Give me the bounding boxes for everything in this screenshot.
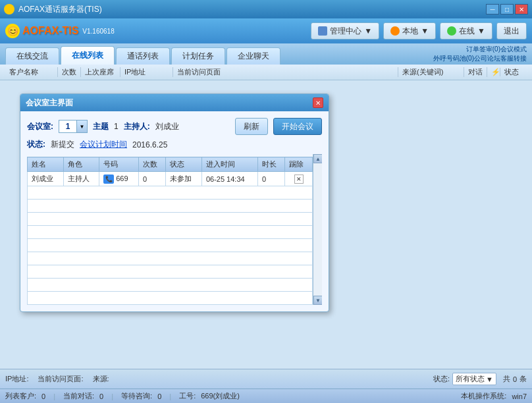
cell-status: 未参加 — [166, 172, 202, 186]
table-row-empty — [28, 239, 313, 252]
th-duration: 时长 — [257, 157, 285, 172]
exit-button[interactable]: 退出 — [496, 22, 527, 40]
state-dropdown-arrow: ▼ — [486, 375, 493, 383]
titlebar-controls: ─ □ ✕ — [486, 4, 528, 14]
column-headers: 客户名称 次数 上次座席 IP地址 当前访问页面 来源(关键词) 对话 ⚡ 状态 — [0, 65, 532, 80]
table-row-empty — [28, 186, 313, 200]
app-window: AOFAX通话服务器(TIS) ─ □ ✕ 😊 AOFAX-TIS V1.160… — [0, 0, 532, 403]
th-kick: 踢除 — [285, 157, 313, 172]
col-status[interactable]: 状态 — [500, 67, 527, 77]
os-value: win7 — [512, 392, 527, 400]
dialog-body: 会议室: 1 ▼ 主题 1 主持人: 刘成业 刷新 开始会议 — [20, 111, 329, 311]
tab-online-list[interactable]: 在线列表 — [61, 46, 115, 65]
source-label: 来源: — [93, 374, 109, 384]
room-number-box: 1 — [59, 120, 77, 133]
table-row: 刘成业 主持人 📞 669 0 未参加 06-25 14:34 — [28, 172, 313, 186]
titlebar-title: AOFAX通话服务器(TIS) — [18, 4, 102, 15]
th-phone: 号码 — [99, 157, 139, 172]
status-source: 来源: — [93, 374, 112, 384]
os-label: 本机操作系统: — [461, 391, 506, 401]
status-label: 状态: — [27, 139, 45, 150]
phone-icon: 📞 — [103, 175, 114, 184]
scroll-track — [313, 163, 322, 296]
tab-scheduled-tasks[interactable]: 计划任务 — [171, 47, 225, 65]
cell-duration: 0 — [257, 172, 285, 186]
state-dropdown[interactable]: 所有状态 ▼ — [452, 373, 496, 385]
ip-label: IP地址: — [5, 374, 28, 384]
table-row-empty — [28, 252, 313, 265]
col-current-page[interactable]: 当前访问页面 — [173, 67, 398, 77]
cell-kick[interactable]: ✕ — [285, 172, 313, 186]
th-role: 角色 — [63, 157, 99, 172]
main-content: 会议室主界面 ✕ 会议室: 1 ▼ 主题 1 主持人: — [0, 80, 532, 369]
status-count: 共 0 条 — [503, 374, 527, 384]
table-row-empty — [28, 213, 313, 226]
col-ip[interactable]: IP地址 — [120, 67, 173, 77]
titlebar: AOFAX通话服务器(TIS) ─ □ ✕ — [0, 0, 532, 18]
page-label: 当前访问页面: — [38, 374, 83, 384]
col-last-seat[interactable]: 上次座席 — [81, 67, 120, 77]
refresh-button[interactable]: 刷新 — [235, 118, 268, 135]
kick-button[interactable]: ✕ — [294, 175, 304, 184]
worker-label: 工号: — [179, 391, 196, 401]
state-label: 状态: — [433, 374, 450, 384]
th-status: 状态 — [166, 157, 202, 172]
tab-enterprise-chat[interactable]: 企业聊天 — [226, 47, 280, 65]
col-lightning[interactable]: ⚡ — [487, 68, 500, 76]
col-count[interactable]: 次数 — [58, 67, 81, 77]
online-icon — [447, 26, 456, 36]
table-body: 刘成业 主持人 📞 669 0 未参加 06-25 14:34 — [28, 172, 313, 305]
online-button[interactable]: 在线 ▼ — [440, 22, 492, 40]
dialog-row-2: 状态: 新提交 会议计划时间 2016.6.25 — [27, 139, 322, 150]
count-unit: 条 — [519, 374, 527, 384]
nav-right-info: 订单签审(0)会议模式 外呼号码池(0)公司论坛客服转接 — [433, 45, 527, 63]
current-talk-value: 0 — [99, 392, 103, 400]
state-value: 所有状态 — [456, 374, 485, 384]
tab-call-list[interactable]: 通话列表 — [116, 47, 170, 65]
tab-online-exchange[interactable]: 在线交流 — [5, 47, 59, 65]
close-button[interactable]: ✕ — [515, 4, 528, 14]
nav-area: 在线交流 在线列表 通话列表 计划任务 企业聊天 订单签审(0)会议模式 外呼号… — [0, 43, 532, 65]
dialog-overlay: 会议室主界面 ✕ 会议室: 1 ▼ 主题 1 主持人: — [0, 80, 532, 369]
table-row-empty — [28, 200, 313, 213]
minimize-button[interactable]: ─ — [486, 4, 499, 14]
conference-dialog: 会议室主界面 ✕ 会议室: 1 ▼ 主题 1 主持人: — [20, 94, 329, 312]
cell-name: 刘成业 — [28, 172, 64, 186]
logo-version: V1.160618 — [82, 28, 114, 35]
sep2: | — [111, 392, 113, 400]
participants-table: 姓名 角色 号码 次数 状态 进入时间 时长 踢除 — [27, 157, 313, 305]
worker-value: 669(刘成业) — [201, 391, 240, 401]
table-header: 姓名 角色 号码 次数 状态 进入时间 时长 踢除 — [28, 157, 313, 172]
waiting-label: 等待咨询: — [121, 391, 152, 401]
host-value: 刘成业 — [155, 121, 179, 132]
room-number-dropdown[interactable]: ▼ — [77, 120, 88, 133]
th-count: 次数 — [138, 157, 166, 172]
room-label: 会议室: — [27, 121, 53, 132]
local-button[interactable]: 本地 ▼ — [383, 22, 436, 40]
col-talk[interactable]: 对话 — [464, 67, 487, 77]
app-icon — [4, 4, 14, 14]
col-source[interactable]: 来源(关键词) — [398, 67, 464, 77]
status-value: 新提交 — [51, 139, 74, 150]
scroll-up-button[interactable]: ▲ — [313, 154, 322, 163]
cell-role: 主持人 — [63, 172, 99, 186]
scroll-down-button[interactable]: ▼ — [313, 296, 322, 305]
logo-smiley-icon: 😊 — [5, 24, 20, 38]
manage-center-icon — [318, 26, 327, 36]
col-customer-name[interactable]: 客户名称 — [5, 67, 58, 77]
logo-text: AOFAX-TIS — [22, 25, 78, 37]
dialog-scroll-area: 姓名 角色 号码 次数 状态 进入时间 时长 踢除 — [27, 154, 322, 305]
maximize-button[interactable]: □ — [500, 4, 514, 14]
sep3: | — [169, 392, 171, 400]
dialog-titlebar: 会议室主界面 ✕ — [20, 94, 329, 111]
start-meeting-button[interactable]: 开始会议 — [273, 118, 322, 135]
status-page: 当前访问页面: — [38, 374, 86, 384]
list-customers-value: 0 — [41, 392, 45, 400]
room-number-control[interactable]: 1 ▼ — [59, 120, 88, 133]
dialog-close-button[interactable]: ✕ — [313, 97, 323, 108]
cell-enter-time: 06-25 14:34 — [201, 172, 257, 186]
schedule-label[interactable]: 会议计划时间 — [80, 139, 127, 150]
status-state: 状态: 所有状态 ▼ — [433, 373, 496, 385]
list-customers-label: 列表客户: — [5, 391, 36, 401]
manage-center-button[interactable]: 管理中心 ▼ — [311, 22, 379, 40]
